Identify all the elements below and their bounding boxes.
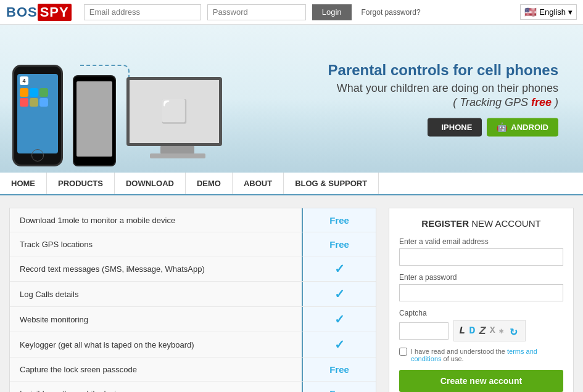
captcha-refresh-icon[interactable]: ↻ bbox=[510, 323, 520, 338]
arrow-decoration bbox=[80, 65, 130, 86]
nav-demo[interactable]: DEMO bbox=[186, 173, 233, 194]
feature-value: ✓ bbox=[302, 256, 376, 281]
create-account-button[interactable]: Create new account bbox=[399, 370, 563, 392]
iphone-button[interactable]: IPHONE bbox=[428, 118, 482, 137]
table-row: Download 1mole to monitor a mobile devic… bbox=[10, 208, 376, 232]
terms-text: I have read and understood the terms and… bbox=[411, 348, 563, 362]
table-row: Website monitoring✓ bbox=[10, 307, 376, 332]
language-selector[interactable]: 🇺🇸 English ▾ bbox=[520, 4, 577, 20]
iphone-image: 4 bbox=[12, 65, 63, 166]
terms-row: I have read and understood the terms and… bbox=[399, 348, 563, 362]
table-row: Invisible on the mobile deviceFree bbox=[10, 382, 376, 392]
puzzle-icon: ⬜ bbox=[160, 99, 188, 125]
captcha-letter-Z: Z bbox=[479, 324, 488, 338]
feature-value: ✓ bbox=[302, 307, 376, 332]
header: BOS SPY Login Forgot password? 🇺🇸 Englis… bbox=[0, 0, 583, 25]
nav-home[interactable]: HOME bbox=[0, 173, 47, 194]
hero-text: Parental controls for cell phones What y… bbox=[328, 60, 558, 136]
monitor-screen: ⬜ bbox=[126, 77, 222, 146]
phone2-screen bbox=[76, 81, 112, 157]
feature-name: Website monitoring bbox=[10, 310, 302, 329]
register-sidebar: REGISTER NEW ACCOUNT Enter a valid email… bbox=[389, 208, 574, 392]
feature-name: Keylogger (get all what is taped on the … bbox=[10, 335, 302, 354]
nav-blog[interactable]: BLOG & SUPPORT bbox=[284, 173, 379, 194]
android-icon: 🤖 bbox=[497, 123, 507, 133]
android-phone-image bbox=[73, 75, 116, 166]
main-content: Download 1mole to monitor a mobile devic… bbox=[0, 195, 583, 392]
captcha-input[interactable] bbox=[399, 322, 449, 340]
chevron-down-icon: ▾ bbox=[568, 7, 573, 17]
password-input[interactable] bbox=[207, 4, 306, 20]
captcha-image: L D Z X ✱ ↻ bbox=[453, 320, 526, 341]
flag-icon: 🇺🇸 bbox=[524, 6, 537, 18]
feature-name: Record text messages (SMS, iMessage, Wha… bbox=[10, 259, 302, 279]
table-row: Log Calls details✓ bbox=[10, 282, 376, 307]
table-row: Capture the lock sreen passcodeFree bbox=[10, 357, 376, 382]
feature-value: Free bbox=[302, 208, 376, 232]
feature-value: Free bbox=[302, 232, 376, 256]
captcha-row: L D Z X ✱ ↻ bbox=[399, 320, 563, 341]
captcha-letter-D: D bbox=[469, 325, 478, 337]
terms-checkbox[interactable] bbox=[399, 348, 407, 356]
feature-value: Free bbox=[302, 382, 376, 392]
hero-title: Parental controls for cell phones bbox=[328, 60, 558, 80]
feature-name: Download 1mole to monitor a mobile devic… bbox=[10, 211, 302, 230]
register-password-input[interactable] bbox=[399, 284, 563, 301]
feature-value: ✓ bbox=[302, 282, 376, 306]
hero-section: 4 ▼ ⬜ Parental controls for cell phones … bbox=[0, 25, 583, 173]
hero-free-text: free bbox=[531, 97, 552, 109]
home-button bbox=[31, 149, 44, 161]
email-label: Enter a valid email address bbox=[399, 237, 563, 246]
nav-about[interactable]: ABOUT bbox=[233, 173, 284, 194]
monitor-stand-top bbox=[160, 146, 194, 153]
phone-badge: 4 bbox=[20, 76, 28, 85]
phone-app-icons bbox=[20, 88, 56, 107]
password-label: Enter a password bbox=[399, 273, 563, 282]
captcha-noise: ✱ bbox=[499, 326, 507, 336]
monitor-base bbox=[150, 153, 205, 158]
nav-products[interactable]: PRODUCTS bbox=[47, 173, 115, 194]
table-row: Track GPS locationsFree bbox=[10, 232, 376, 256]
table-row: Keylogger (get all what is taped on the … bbox=[10, 332, 376, 357]
table-row: Record text messages (SMS, iMessage, Wha… bbox=[10, 256, 376, 282]
logo: BOS SPY bbox=[6, 4, 72, 21]
login-button[interactable]: Login bbox=[312, 4, 352, 20]
captcha-letter-X: X bbox=[490, 325, 498, 336]
feature-name: Track GPS locations bbox=[10, 235, 302, 254]
monitor-image: ⬜ bbox=[126, 77, 228, 166]
feature-name: Log Calls details bbox=[10, 285, 302, 304]
feature-value: ✓ bbox=[302, 332, 376, 357]
captcha-letter-L: L bbox=[459, 325, 468, 337]
captcha-label: Captcha bbox=[399, 309, 563, 317]
feature-name: Capture the lock sreen passcode bbox=[10, 360, 302, 379]
android-button[interactable]: 🤖 ANDROID bbox=[487, 118, 558, 137]
nav-download[interactable]: DOWNLOAD bbox=[115, 173, 186, 194]
features-table: Download 1mole to monitor a mobile devic… bbox=[9, 208, 376, 392]
register-email-input[interactable] bbox=[399, 248, 563, 266]
register-title: REGISTER NEW ACCOUNT bbox=[399, 218, 563, 229]
hero-subtitle: What your children are doing on their ph… bbox=[328, 83, 558, 96]
feature-name: Invisible on the mobile device bbox=[10, 384, 302, 393]
email-input[interactable] bbox=[84, 4, 201, 20]
feature-value: Free bbox=[302, 357, 376, 381]
language-label: English bbox=[539, 7, 566, 17]
hero-gps: ( Tracking GPS free ) bbox=[328, 97, 558, 110]
platform-buttons: IPHONE 🤖 ANDROID bbox=[328, 118, 558, 137]
logo-spy: SPY bbox=[38, 4, 72, 21]
logo-bos: BOS bbox=[6, 4, 38, 20]
navigation: HOME PRODUCTS DOWNLOAD DEMO ABOUT BLOG &… bbox=[0, 173, 583, 195]
forgot-password-link[interactable]: Forgot password? bbox=[362, 8, 421, 17]
